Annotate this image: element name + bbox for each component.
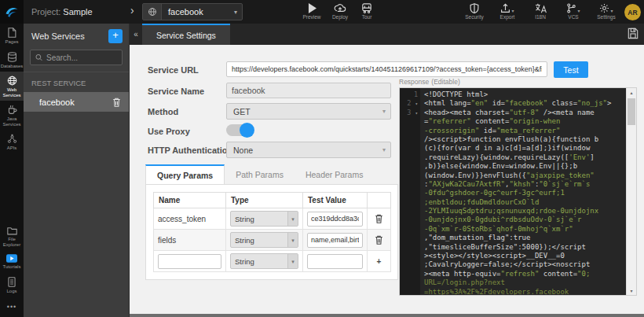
deploy-button[interactable]: Deploy xyxy=(325,2,355,20)
tab-path-params[interactable]: Path Params xyxy=(225,164,295,184)
response-code-editor[interactable]: 12 ▾3 ▾ <!DOCTYPE html><html lang="en" i… xyxy=(399,87,637,296)
http-auth-select[interactable]: None ▾ xyxy=(226,142,391,158)
editor-code[interactable]: <!DOCTYPE html><html lang="en" id="faceb… xyxy=(420,88,626,295)
main-area: « Service Settings Service URL Test Serv… xyxy=(130,24,644,317)
delete-row-trash-icon[interactable] xyxy=(368,230,391,251)
line-number xyxy=(400,171,420,180)
rail-label: Pages xyxy=(0,39,24,45)
col-header-test-value: Test Value xyxy=(303,193,368,208)
scroll-thumb[interactable] xyxy=(628,98,635,125)
code-line: ><meta http-equiv="refresh" content="0; xyxy=(424,270,626,278)
method-select[interactable]: GET ▾ xyxy=(226,103,391,120)
translate-icon xyxy=(526,2,554,13)
response-title: Response xyxy=(399,78,429,86)
tab-header-params[interactable]: Header Params xyxy=(295,164,375,184)
preview-button[interactable]: Preview xyxy=(297,2,327,20)
vcs-button[interactable]: ▾ VCS xyxy=(559,2,587,20)
save-icon[interactable] xyxy=(628,28,639,39)
shield-icon xyxy=(460,2,488,13)
line-number xyxy=(400,278,420,287)
rail-item-logs[interactable]: Logs xyxy=(0,273,24,297)
add-service-button[interactable]: + xyxy=(108,29,123,43)
project-name: Sample xyxy=(63,7,92,17)
export-button[interactable]: ▾ Export xyxy=(493,2,521,20)
param-name: fields xyxy=(154,230,226,251)
deploy-label: Deploy xyxy=(325,14,355,20)
left-icon-rail: Pages Databases Web Services Java Servic… xyxy=(0,24,24,317)
use-proxy-toggle[interactable] xyxy=(226,124,253,136)
rail-label: Web Services xyxy=(0,87,24,98)
rail-item-java-services[interactable]: Java Services xyxy=(0,101,24,130)
test-button[interactable]: Test xyxy=(554,61,588,78)
user-avatar[interactable]: AR xyxy=(624,4,641,20)
scroll-up-arrow[interactable]: ▴ xyxy=(627,90,636,95)
chevron-down-icon: ▾ xyxy=(511,8,514,13)
play-icon xyxy=(297,2,327,13)
globe-icon xyxy=(7,76,17,86)
chevron-down-icon: ▾ xyxy=(234,9,242,16)
service-selector-dropdown[interactable]: facebook ▾ xyxy=(142,3,243,20)
app-logo[interactable] xyxy=(0,0,24,24)
delete-row-trash-icon[interactable] xyxy=(368,208,391,230)
line-number xyxy=(400,135,420,144)
scroll-down-arrow[interactable]: ▾ xyxy=(627,288,636,293)
line-number: 3 ▾ xyxy=(400,109,420,117)
settings-label: Settings xyxy=(592,14,620,20)
i18n-label: I18N xyxy=(526,14,554,20)
service-search-input[interactable] xyxy=(46,53,117,62)
line-number: 2 ▾ xyxy=(400,99,420,108)
rail-item-databases[interactable]: Databases xyxy=(0,48,24,72)
line-number xyxy=(400,117,420,126)
param-type-select[interactable]: String ▾ xyxy=(230,211,298,227)
rail-label: Java Services xyxy=(0,116,24,127)
service-name-input[interactable] xyxy=(226,83,391,98)
tab-service-settings[interactable]: Service Settings xyxy=(142,24,230,45)
code-line: =https%3A%2F%2Fdevelopers.facebook xyxy=(424,288,626,295)
tour-button[interactable]: Tour xyxy=(352,2,382,20)
param-test-value-input[interactable] xyxy=(307,233,363,248)
editor-scrollbar[interactable]: ▴ ▾ xyxy=(626,88,636,295)
table-row-new: String ▾ + xyxy=(154,251,391,272)
editor-gutter: 12 ▾3 ▾ xyxy=(400,88,420,295)
preview-label: Preview xyxy=(297,14,327,20)
collapse-panel-button[interactable]: « xyxy=(130,24,142,45)
line-number xyxy=(400,234,420,242)
param-type-select[interactable]: String ▾ xyxy=(230,232,298,248)
code-line: -0fdu^gshdoer-0gc^eurf-3gc^eurf;1 xyxy=(424,189,626,197)
new-param-name-input[interactable] xyxy=(158,254,221,269)
param-type-select[interactable]: String ▾ xyxy=(230,253,298,269)
delete-service-trash-icon[interactable] xyxy=(112,98,121,107)
line-number xyxy=(400,144,420,153)
line-number xyxy=(400,127,420,135)
code-line: ,"timesliceBufferSize":5000});</script xyxy=(424,243,626,252)
rail-item-tutorials[interactable]: Tutorials xyxy=(0,250,24,273)
rail-more-button[interactable]: ••• xyxy=(0,297,24,317)
service-url-input[interactable] xyxy=(226,61,547,77)
service-url-label: Service URL xyxy=(148,65,199,75)
line-number xyxy=(400,225,420,234)
service-search-box[interactable] xyxy=(30,50,123,65)
settings-button[interactable]: ▾ Settings xyxy=(592,2,620,20)
add-param-row-button[interactable]: + xyxy=(368,251,391,272)
chevron-down-icon: ▾ xyxy=(287,212,298,226)
code-line: (window.Env)}}envFlush({"ajaxpipe_token" xyxy=(424,171,626,180)
rail-item-pages[interactable]: Pages xyxy=(0,24,24,48)
rail-item-file-explorer[interactable]: File Explorer xyxy=(0,222,24,250)
export-icon xyxy=(500,3,510,13)
rail-label: Logs xyxy=(0,289,24,294)
params-table: Name Type Test Value access_token String… xyxy=(153,192,391,272)
line-number xyxy=(400,216,420,224)
param-test-value-input[interactable] xyxy=(307,212,363,227)
code-line: (c){for(var d in a)c[d]=a[d];}if(window xyxy=(424,144,626,153)
service-list-item-facebook[interactable]: facebook xyxy=(24,92,129,112)
security-button[interactable]: Security xyxy=(460,2,488,20)
top-bar: Project:Sample › facebook ▾ Preview xyxy=(0,0,644,24)
chevron-down-icon: ▾ xyxy=(577,8,580,13)
line-number xyxy=(400,198,420,207)
i18n-button[interactable]: I18N xyxy=(526,2,554,20)
code-line: -crossorigin" id="meta_referrer" xyxy=(424,127,626,135)
new-param-test-value-input[interactable] xyxy=(307,254,363,269)
rail-item-apis[interactable]: APIs xyxy=(0,130,24,154)
tab-query-params[interactable]: Query Params xyxy=(145,164,225,184)
rail-item-web-services[interactable]: Web Services xyxy=(0,72,24,101)
